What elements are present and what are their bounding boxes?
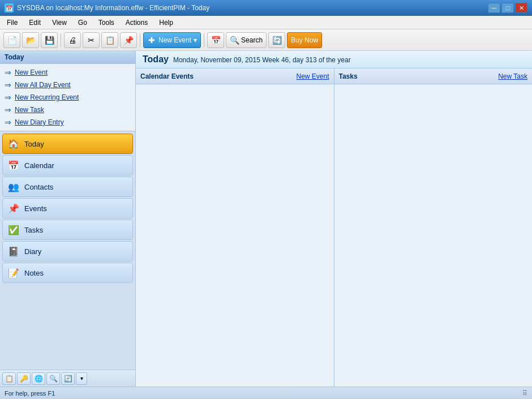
menu-item-go[interactable]: Go: [74, 18, 92, 28]
globe-button[interactable]: 🌐: [32, 372, 45, 385]
nav-item-label: Tasks: [24, 226, 43, 234]
cut-button[interactable]: ✂: [83, 32, 100, 48]
arrow-icon: ⇒: [5, 93, 11, 102]
content-columns: Calendar EventsNew EventTasksNew Task: [136, 68, 532, 387]
save-button[interactable]: 💾: [41, 32, 58, 48]
find-button[interactable]: 🔍: [46, 372, 60, 385]
print-icon: 🖨: [68, 36, 77, 45]
sidebar-panel: Today ⇒New Event⇒New All Day Event⇒New R…: [0, 51, 135, 131]
tasks-icon: ✅: [7, 224, 20, 236]
content-area: Today Monday, November 09, 2015 Week 46,…: [136, 51, 532, 387]
toolbar: 📄 📂 💾 🖨 ✂ 📋 📌 ✚ New Event ▾ 📅 🔍 Search 🔄…: [0, 29, 532, 51]
new-icon: 📄: [7, 36, 16, 45]
column-title-tasks-col: Tasks: [339, 72, 358, 80]
column-body-calendar-events: [136, 84, 334, 387]
nav-item-tasks[interactable]: ✅Tasks: [2, 220, 133, 240]
title-bar-left: 📅 SYSDBA on localhost:My Information.eff…: [5, 3, 209, 12]
clipboard-button[interactable]: 📋: [2, 372, 16, 385]
buy-now-label: Buy Now: [291, 36, 318, 44]
nav-item-calendar[interactable]: 📅Calendar: [2, 155, 133, 175]
nav-item-events[interactable]: 📌Events: [2, 198, 133, 218]
sidebar-link-new-all-day[interactable]: ⇒New All Day Event: [0, 79, 135, 91]
paste-icon: 📌: [124, 36, 133, 45]
arrow-icon: ⇒: [5, 68, 11, 77]
paste-button[interactable]: 📌: [120, 32, 137, 48]
search-button[interactable]: 🔍 Search: [226, 32, 267, 48]
sidebar-link-new-diary[interactable]: ⇒New Diary Entry: [0, 116, 135, 128]
column-header-tasks-col: TasksNew Task: [334, 68, 533, 84]
menu-bar: FileEditViewGoToolsActionsHelp: [0, 16, 532, 29]
column-body-tasks-col: [334, 84, 533, 387]
nav-item-notes[interactable]: 📝Notes: [2, 263, 133, 283]
diary-icon: 📓: [7, 245, 20, 258]
calendar-icon: 📅: [7, 159, 20, 171]
title-bar-text: SYSDBA on localhost:My Information.effw …: [17, 4, 209, 12]
window-controls: ─ □ ✕: [488, 3, 527, 13]
menu-item-file[interactable]: File: [2, 18, 22, 28]
events-icon: 📌: [7, 202, 20, 214]
copy-icon: 📋: [105, 36, 114, 45]
sidebar-link-label: New All Day Event: [15, 81, 71, 89]
column-calendar-events: Calendar EventsNew Event: [136, 68, 334, 387]
sidebar-panel-header: Today: [0, 51, 135, 64]
nav-item-contacts[interactable]: 👥Contacts: [2, 177, 133, 197]
menu-item-help[interactable]: Help: [155, 18, 178, 28]
scissors-icon: ✂: [87, 36, 96, 45]
sidebar-link-new-task[interactable]: ⇒New Task: [0, 104, 135, 116]
plus-icon: ✚: [147, 36, 156, 45]
buy-now-button[interactable]: Buy Now: [287, 32, 322, 48]
arrow-icon: ⇒: [5, 118, 11, 127]
column-tasks-col: TasksNew Task: [334, 68, 533, 387]
sidebar-link-label: New Diary Entry: [15, 118, 64, 126]
nav-item-diary[interactable]: 📓Diary: [2, 241, 133, 261]
arrow-icon: ⇒: [5, 105, 11, 114]
calendar-button[interactable]: 📅: [207, 32, 224, 48]
content-header: Today Monday, November 09, 2015 Week 46,…: [136, 51, 532, 68]
refresh-button[interactable]: 🔄: [268, 32, 285, 48]
save-icon: 💾: [45, 36, 54, 45]
sidebar-link-label: New Task: [15, 106, 44, 114]
menu-item-view[interactable]: View: [48, 18, 71, 28]
column-header-calendar-events: Calendar EventsNew Event: [136, 68, 334, 84]
nav-item-today[interactable]: 🏠Today: [2, 134, 133, 154]
column-new-link-tasks-col[interactable]: New Task: [498, 72, 527, 80]
sidebar-link-new-event[interactable]: ⇒New Event: [0, 66, 135, 79]
menu-item-actions[interactable]: Actions: [121, 18, 152, 28]
nav-item-label: Events: [24, 204, 47, 213]
copy-button[interactable]: 📋: [101, 32, 118, 48]
open-button[interactable]: 📂: [22, 32, 39, 48]
more-button[interactable]: ▾: [76, 372, 87, 385]
new-event-button[interactable]: ✚ New Event ▾: [143, 32, 201, 48]
main-content: Today ⇒New Event⇒New All Day Event⇒New R…: [0, 51, 532, 387]
menu-item-tools[interactable]: Tools: [94, 18, 119, 28]
sidebar-link-label: New Event: [15, 68, 48, 76]
separator-1: [61, 33, 61, 47]
calendar-icon: 📅: [211, 36, 220, 45]
maximize-button[interactable]: □: [501, 3, 514, 13]
menu-item-edit[interactable]: Edit: [24, 18, 45, 28]
sidebar-bottom-toolbar: 📋🔑🌐🔍🔄▾: [0, 370, 135, 387]
title-bar: 📅 SYSDBA on localhost:My Information.eff…: [0, 0, 532, 16]
nav-item-label: Diary: [24, 247, 41, 256]
key-button[interactable]: 🔑: [17, 372, 31, 385]
new-button[interactable]: 📄: [3, 32, 20, 48]
print-button[interactable]: 🖨: [64, 32, 81, 48]
sidebar-link-label: New Recurring Event: [15, 93, 79, 101]
sidebar: Today ⇒New Event⇒New All Day Event⇒New R…: [0, 51, 136, 387]
close-button[interactable]: ✕: [515, 3, 527, 13]
status-text: For help, press F1: [5, 390, 55, 397]
notes-icon: 📝: [7, 267, 20, 279]
content-date: Monday, November 09, 2015 Week 46, day 3…: [173, 56, 351, 64]
column-new-link-calendar-events[interactable]: New Event: [296, 72, 329, 80]
new-event-label: New Event: [158, 36, 191, 44]
nav-item-label: Today: [24, 140, 44, 148]
resize-grip-icon: ⠿: [522, 389, 527, 397]
refresh-icon: 🔄: [272, 36, 281, 45]
minimize-button[interactable]: ─: [488, 3, 500, 13]
sidebar-link-new-recurring[interactable]: ⇒New Recurring Event: [0, 91, 135, 104]
sync-button[interactable]: 🔄: [61, 372, 75, 385]
search-icon: 🔍: [230, 36, 239, 45]
search-label: Search: [241, 36, 263, 44]
nav-item-label: Notes: [24, 269, 44, 277]
open-icon: 📂: [26, 36, 35, 45]
